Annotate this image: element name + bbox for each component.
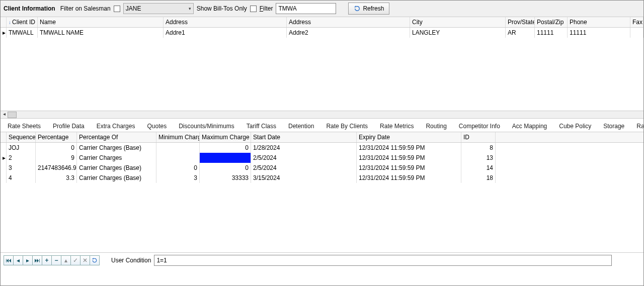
- client-grid-body: ▸TMWALLTMWALL NAMEAddre1Addre2LANGLEYAR1…: [1, 28, 643, 111]
- client-cell-address2: Addre2: [287, 28, 410, 38]
- tab-rate-metrics[interactable]: Rate Metrics: [376, 121, 418, 132]
- record-navigator: ⏮ ◂ ▸ ⏭ + − ▴ ✓ ✕ User Condition 1=1: [1, 252, 643, 268]
- client-col-city[interactable]: City: [410, 17, 506, 27]
- markup-col-percentageOf[interactable]: Percentage Of: [77, 132, 156, 142]
- tab-acc-mapping[interactable]: Acc Mapping: [508, 121, 551, 132]
- client-cell-fax: [630, 28, 643, 38]
- markup-cell-startDate: 2/5/2024: [251, 153, 357, 163]
- nav-refresh-button[interactable]: [90, 255, 100, 265]
- tab-discounts-minimums[interactable]: Discounts/Minimums: [175, 121, 238, 132]
- nav-add-button[interactable]: +: [42, 255, 52, 265]
- markup-cell-percentageOf: Carrier Charges: [77, 153, 156, 163]
- nav-delete-button[interactable]: −: [51, 255, 61, 265]
- tab-rating-method[interactable]: Rating Method: [632, 121, 643, 132]
- markup-row[interactable]: ▸29Carrier Charges2/5/202412/31/2024 11:…: [1, 153, 643, 163]
- tab-rate-by-clients[interactable]: Rate By Clients: [322, 121, 372, 132]
- markup-cell-minCharge: [156, 143, 200, 153]
- markup-cell-percentage: 2147483646.99: [36, 163, 77, 173]
- markup-col-marker[interactable]: [1, 132, 7, 142]
- client-col-address2[interactable]: Address: [287, 17, 410, 27]
- markup-cell-marker: [1, 163, 7, 173]
- panel-title: Client Information: [4, 5, 55, 12]
- nav-edit-button[interactable]: ▴: [61, 255, 71, 265]
- nav-prev-button[interactable]: ◂: [13, 255, 23, 265]
- markup-cell-sequence: 2: [7, 153, 36, 163]
- sort-indicator-icon: ↓: [9, 20, 11, 25]
- markup-cell-percentage: 3.3: [36, 173, 77, 183]
- nav-post-button[interactable]: ✓: [70, 255, 80, 265]
- markup-cell-id: 8: [461, 143, 496, 153]
- tab-quotes[interactable]: Quotes: [143, 121, 171, 132]
- client-cell-address1: Addre1: [164, 28, 287, 38]
- markup-row[interactable]: 43.3Carrier Charges (Base)3333333/15/202…: [1, 173, 643, 183]
- tab-detention[interactable]: Detention: [284, 121, 318, 132]
- markup-row[interactable]: 32147483646.99Carrier Charges (Base)002/…: [1, 163, 643, 173]
- markup-col-sequence[interactable]: Sequence: [7, 132, 36, 142]
- show-billtos-checkbox[interactable]: [250, 6, 257, 12]
- nav-cancel-button[interactable]: ✕: [80, 255, 90, 265]
- tab-rate-sheets[interactable]: Rate Sheets: [4, 121, 45, 132]
- markup-cell-expiryDate: 12/31/2024 11:59:59 PM: [357, 153, 461, 163]
- tab-cube-policy[interactable]: Cube Policy: [555, 121, 595, 132]
- refresh-button[interactable]: Refresh: [348, 3, 389, 15]
- refresh-icon: [354, 5, 361, 12]
- markup-cell-minCharge: 0: [156, 163, 200, 173]
- nav-last-button[interactable]: ⏭: [32, 255, 42, 265]
- tab-storage[interactable]: Storage: [599, 121, 628, 132]
- client-col-postalZip[interactable]: Postal/Zip: [535, 17, 568, 27]
- nav-next-button[interactable]: ▸: [23, 255, 33, 265]
- client-col-fax[interactable]: Fax: [630, 17, 643, 27]
- client-cell-postalZip: 11111: [535, 28, 568, 38]
- tab-extra-charges[interactable]: Extra Charges: [93, 121, 139, 132]
- markup-grid-body: JOJ0Carrier Charges (Base)01/28/202412/3…: [1, 143, 643, 248]
- markup-col-minCharge[interactable]: Minimum Charg: [156, 132, 200, 142]
- markup-cell-percentage: 9: [36, 153, 77, 163]
- chevron-down-icon: ▾: [189, 6, 191, 11]
- filter-label: Filter: [260, 5, 273, 12]
- user-condition-label: User Condition: [111, 257, 151, 264]
- markup-cell-expiryDate: 12/31/2024 11:59:59 PM: [357, 143, 461, 153]
- markup-col-percentage[interactable]: Percentage: [36, 132, 77, 142]
- tab-tariff-class[interactable]: Tariff Class: [243, 121, 280, 132]
- markup-row[interactable]: JOJ0Carrier Charges (Base)01/28/202412/3…: [1, 143, 643, 153]
- user-condition-input[interactable]: 1=1: [154, 255, 612, 266]
- markup-col-startDate[interactable]: Start Date: [251, 132, 357, 142]
- client-col-provState[interactable]: Prov/State: [506, 17, 535, 27]
- markup-cell-maxCharge: 0: [200, 163, 251, 173]
- scroll-left-icon[interactable]: ◂: [1, 111, 8, 119]
- nav-first-button[interactable]: ⏮: [4, 255, 14, 265]
- markup-cell-minCharge: 3: [156, 173, 200, 183]
- markup-col-maxCharge[interactable]: Maximum Charge: [200, 132, 251, 142]
- markup-col-expiryDate[interactable]: Expiry Date: [357, 132, 461, 142]
- filter-salesman-checkbox[interactable]: [114, 6, 120, 12]
- client-row[interactable]: ▸TMWALLTMWALL NAMEAddre1Addre2LANGLEYAR1…: [1, 28, 643, 38]
- tab-routing[interactable]: Routing: [422, 121, 450, 132]
- client-col-name[interactable]: Name: [38, 17, 164, 27]
- client-col-phone[interactable]: Phone: [568, 17, 630, 27]
- horizontal-scrollbar[interactable]: ◂: [1, 111, 643, 119]
- client-info-toolbar: Client Information Filter on Salesman JA…: [1, 1, 643, 17]
- markup-cell-marker: [1, 143, 7, 153]
- client-col-address1[interactable]: Address: [164, 17, 287, 27]
- tab-competitor-info[interactable]: Competitor Info: [455, 121, 504, 132]
- markup-cell-maxCharge: 33333: [200, 173, 251, 183]
- markup-cell-id: 18: [461, 173, 496, 183]
- markup-cell-sequence: JOJ: [7, 143, 36, 153]
- salesman-select[interactable]: JANE ▾: [123, 3, 194, 14]
- markup-cell-startDate: 3/15/2024: [251, 173, 357, 183]
- filter-input[interactable]: TMWA: [276, 3, 336, 14]
- scroll-handle[interactable]: [8, 112, 17, 118]
- markup-col-id[interactable]: ID: [461, 132, 496, 142]
- client-col-marker[interactable]: [1, 17, 7, 27]
- client-col-clientId[interactable]: ↓Client ID: [7, 17, 38, 27]
- tab-profile-data[interactable]: Profile Data: [49, 121, 89, 132]
- show-billtos-label: Show Bill-Tos Only: [197, 5, 247, 12]
- markup-cell-sequence: 3: [7, 163, 36, 173]
- client-cell-clientId: TMWALL: [7, 28, 38, 38]
- markup-cell-percentageOf: Carrier Charges (Base): [77, 173, 156, 183]
- markup-grid-header: SequencePercentagePercentage OfMinimum C…: [1, 132, 643, 143]
- markup-cell-expiryDate: 12/31/2024 11:59:59 PM: [357, 173, 461, 183]
- salesman-value: JANE: [126, 5, 141, 12]
- markup-cell-startDate: 1/28/2024: [251, 143, 357, 153]
- markup-cell-maxCharge: 0: [200, 143, 251, 153]
